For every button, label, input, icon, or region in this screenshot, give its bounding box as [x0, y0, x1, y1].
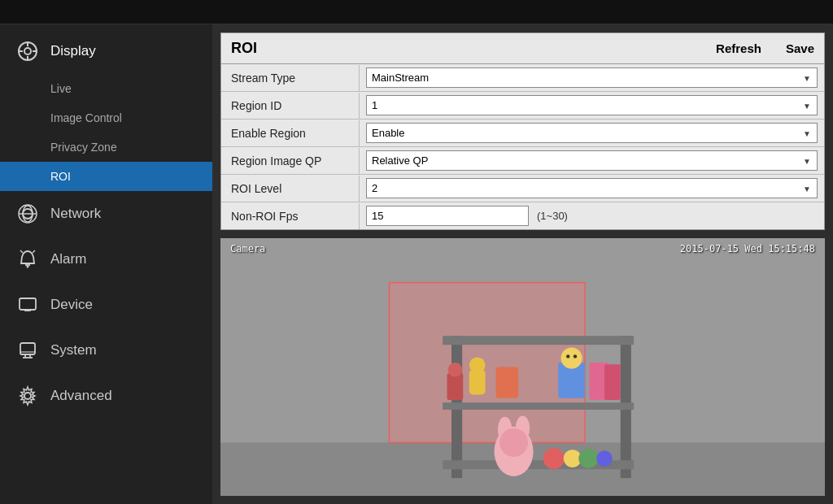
svg-point-49 — [448, 363, 462, 376]
sidebar-item-live[interactable]: Live — [0, 74, 212, 103]
roi-label-region-id: Region ID — [221, 93, 360, 119]
roi-label-region-image-qp: Region Image QP — [221, 148, 360, 174]
camera-scene-svg — [220, 238, 825, 496]
roi-value-enable-region: Enable Disable — [360, 119, 824, 146]
camera-scene: Camera 2015-07-15 Wed 15:15:48 — [220, 238, 825, 496]
svg-rect-17 — [20, 343, 35, 354]
device-icon — [16, 293, 39, 316]
advanced-icon — [16, 385, 39, 407]
svg-rect-48 — [447, 373, 464, 400]
roi-label-enable-region: Enable Region — [221, 120, 360, 146]
camera-label: Camera — [230, 243, 265, 254]
roi-row-region-id: Region ID 1 2 3 4 — [221, 92, 824, 119]
sidebar-item-system[interactable]: System — [0, 328, 212, 373]
roi-row-non-roi-fps: Non-ROI Fps (1~30) — [221, 202, 824, 229]
svg-line-12 — [20, 250, 23, 253]
network-icon — [16, 202, 39, 225]
sidebar-item-network[interactable]: Network — [0, 191, 212, 237]
svg-rect-39 — [469, 370, 486, 395]
svg-rect-14 — [20, 298, 36, 310]
region-id-select[interactable]: 1 2 3 4 — [366, 95, 818, 115]
sidebar-item-device[interactable]: Device — [0, 282, 212, 328]
sidebar: Display Live Image Control Privacy Zone … — [0, 24, 212, 504]
roi-label-roi-level: ROI Level — [221, 176, 360, 202]
region-image-qp-select-wrapper: Relative QP Absolute QP — [366, 150, 818, 171]
svg-point-44 — [566, 354, 569, 358]
svg-rect-29 — [443, 336, 634, 345]
alarm-icon — [16, 248, 39, 271]
roi-title: ROI — [231, 40, 257, 57]
stream-type-select-wrapper: MainStream SubStream — [366, 67, 818, 88]
svg-line-13 — [33, 250, 35, 253]
svg-point-22 — [24, 393, 31, 399]
svg-rect-41 — [496, 367, 518, 398]
enable-region-select-wrapper: Enable Disable — [366, 123, 818, 143]
roi-value-region-id: 1 2 3 4 — [360, 92, 824, 119]
stream-type-select[interactable]: MainStream SubStream — [366, 67, 818, 88]
roi-settings: ROI Refresh Save Stream Type MainStream … — [220, 33, 825, 230]
sidebar-item-display[interactable]: Display — [0, 28, 212, 74]
svg-point-38 — [596, 450, 613, 467]
refresh-button[interactable]: Refresh — [716, 41, 761, 55]
svg-rect-25 — [390, 283, 585, 443]
svg-point-40 — [469, 357, 486, 373]
svg-point-35 — [543, 448, 565, 469]
roi-row-roi-level: ROI Level 1 2 3 4 5 6 — [221, 175, 824, 202]
sidebar-item-image-control[interactable]: Image Control — [0, 103, 212, 133]
roi-row-stream-type: Stream Type MainStream SubStream — [221, 64, 824, 92]
sidebar-section-display: Display Live Image Control Privacy Zone … — [0, 28, 212, 191]
roi-value-roi-level: 1 2 3 4 5 6 — [360, 175, 824, 202]
roi-value-non-roi-fps: (1~30) — [360, 202, 824, 229]
region-image-qp-select[interactable]: Relative QP Absolute QP — [366, 150, 818, 171]
roi-level-select[interactable]: 1 2 3 4 5 6 — [366, 178, 818, 198]
camera-feed: Camera 2015-07-15 Wed 15:15:48 — [220, 238, 825, 496]
sidebar-item-roi[interactable]: ROI — [0, 162, 212, 191]
svg-rect-30 — [443, 402, 634, 410]
roi-value-stream-type: MainStream SubStream — [360, 64, 824, 91]
svg-point-37 — [578, 449, 598, 468]
top-bar — [0, 0, 833, 24]
svg-point-43 — [561, 347, 582, 368]
roi-level-select-wrapper: 1 2 3 4 5 6 — [366, 178, 818, 198]
camera-datetime: 2015-07-15 Wed 15:15:48 — [680, 243, 815, 254]
roi-header: ROI Refresh Save — [221, 33, 824, 64]
svg-point-34 — [499, 428, 528, 457]
sidebar-item-alarm[interactable]: Alarm — [0, 237, 212, 282]
roi-actions: Refresh Save — [716, 41, 814, 55]
sidebar-item-display-label: Display — [50, 43, 96, 59]
roi-fps-hint: (1~30) — [537, 210, 568, 222]
sidebar-item-system-label: System — [50, 342, 97, 358]
enable-region-select[interactable]: Enable Disable — [366, 123, 818, 143]
svg-point-45 — [574, 354, 577, 358]
region-id-select-wrapper: 1 2 3 4 — [366, 95, 818, 115]
main-panel: ROI Refresh Save Stream Type MainStream … — [212, 24, 833, 504]
roi-value-region-image-qp: Relative QP Absolute QP — [360, 147, 824, 174]
sidebar-item-advanced[interactable]: Advanced — [0, 373, 212, 419]
sidebar-item-alarm-label: Alarm — [50, 251, 86, 267]
non-roi-fps-input[interactable] — [366, 206, 529, 226]
sidebar-item-network-label: Network — [50, 206, 101, 222]
roi-row-enable-region: Enable Region Enable Disable — [221, 119, 824, 147]
sidebar-sub-items-display: Live Image Control Privacy Zone ROI — [0, 74, 212, 191]
display-icon — [16, 40, 39, 63]
svg-point-11 — [27, 266, 29, 268]
sidebar-item-advanced-label: Advanced — [50, 388, 112, 404]
sidebar-item-privacy-zone[interactable]: Privacy Zone — [0, 133, 212, 162]
main-content: Display Live Image Control Privacy Zone … — [0, 24, 833, 504]
save-button[interactable]: Save — [786, 41, 814, 55]
svg-rect-47 — [604, 364, 621, 400]
sidebar-item-device-label: Device — [50, 297, 93, 313]
system-icon — [16, 339, 39, 362]
roi-label-stream-type: Stream Type — [221, 65, 360, 91]
svg-point-1 — [24, 48, 31, 54]
roi-row-region-image-qp: Region Image QP Relative QP Absolute QP — [221, 147, 824, 175]
roi-label-non-roi-fps: Non-ROI Fps — [221, 203, 360, 229]
